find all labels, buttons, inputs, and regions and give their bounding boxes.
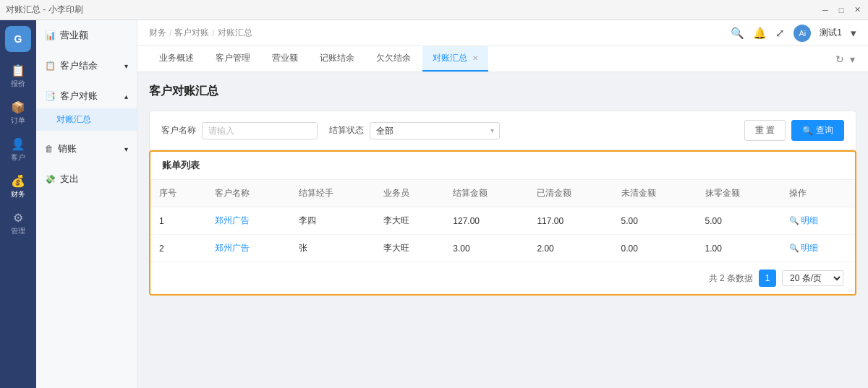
action-detail-1[interactable]: 🔍 明细 bbox=[789, 242, 846, 254]
search-button[interactable]: 🔍 查询 bbox=[791, 120, 844, 141]
sidebar-item-guanli[interactable]: ⚙ 管理 bbox=[0, 205, 36, 242]
tab-label-jizhangjiesuan: 记账结余 bbox=[320, 53, 354, 63]
sidebar2-section-zhichu: 💸 支出 bbox=[36, 164, 137, 194]
cell-customer-0: 郑州广告 bbox=[206, 207, 290, 235]
sidebar2-header-yingliye[interactable]: 📊 营业额 bbox=[36, 23, 137, 48]
sidebar-item-baojia[interactable]: 📋 报价 bbox=[0, 58, 36, 95]
xiaoxiao-sidebar-icon: 🗑 bbox=[45, 144, 54, 154]
tab-actions: ↻ ▾ bbox=[834, 52, 856, 66]
total-records-text: 共 2 条数据 bbox=[709, 272, 753, 285]
table-header-row: 序号 客户名称 结算经手 业务员 结算金额 已清金额 未清金额 抹零金额 操作 bbox=[150, 180, 855, 207]
cell-handler-0: 李四 bbox=[290, 207, 374, 235]
cell-uncleared-1: 0.00 bbox=[613, 235, 697, 262]
filter-group-status: 结算状态 全部 已结算 未结算 ▾ bbox=[329, 122, 500, 139]
xiaoxiao-chevron-icon: ▾ bbox=[124, 145, 128, 153]
reset-button[interactable]: 重 置 bbox=[744, 120, 786, 141]
cell-handler-1: 张 bbox=[290, 235, 374, 262]
top-header: 财务 / 客户对账 / 对账汇总 🔍 🔔 ⤢ Ai 测试1 ▾ bbox=[137, 20, 868, 46]
zhichu-sidebar-icon: 💸 bbox=[45, 174, 56, 184]
tab-kehuguanli[interactable]: 客户管理 bbox=[205, 46, 260, 72]
main-content: 财务 / 客户对账 / 对账汇总 🔍 🔔 ⤢ Ai 测试1 ▾ 业务概述 bbox=[137, 20, 868, 388]
tab-label-qianxiangjiesuan: 欠欠结余 bbox=[376, 53, 411, 63]
customer-filter-input[interactable] bbox=[202, 122, 318, 139]
filter-bar: 客户名称 结算状态 全部 已结算 未结算 ▾ 重 置 bbox=[149, 111, 856, 150]
close-button[interactable]: ✕ bbox=[852, 5, 862, 15]
user-avatar-text: Ai bbox=[799, 29, 806, 38]
table-card: 账单列表 序号 客户名称 结算经手 业务员 结算金额 已清金额 未清金额 抹零金… bbox=[149, 150, 856, 296]
tab-qianxiangjiesuan[interactable]: 欠欠结余 bbox=[366, 46, 421, 72]
sidebar-item-label-caiwu: 财务 bbox=[11, 189, 25, 199]
status-select-wrapper: 全部 已结算 未结算 ▾ bbox=[370, 122, 500, 139]
sidebar-item-label-kehu: 客户 bbox=[11, 152, 25, 163]
table-row: 2 郑州广告 张 李大旺 3.00 2.00 0.00 1.00 🔍 明细 bbox=[150, 235, 855, 262]
kehujieyu-sidebar-label: 客户结余 bbox=[60, 59, 98, 72]
sidebar-item-kehu[interactable]: 👤 客户 bbox=[0, 132, 36, 168]
sidebar-item-label-guanli: 管理 bbox=[11, 226, 25, 236]
titlebar-title: 对账汇总 - 小李印刷 bbox=[6, 4, 83, 16]
col-handler: 结算经手 bbox=[290, 180, 374, 207]
tab-duizhanghuizong[interactable]: 对账汇总 ✕ bbox=[422, 46, 488, 72]
user-name: 测试1 bbox=[820, 27, 842, 39]
sidebar2-subitem-duizhanghuizong[interactable]: 对账汇总 bbox=[36, 108, 137, 131]
bell-icon[interactable]: 🔔 bbox=[753, 27, 767, 40]
sidebar-item-dingdan[interactable]: 📦 订单 bbox=[0, 95, 36, 132]
search-button-label: 查询 bbox=[816, 124, 833, 137]
sidebar2-header-kehujieyu[interactable]: 📋 客户结余 ▾ bbox=[36, 53, 137, 78]
breadcrumb-kehuduizhang: 客户对账 bbox=[174, 27, 209, 39]
col-settlement: 结算金额 bbox=[444, 180, 528, 207]
tab-refresh-icon[interactable]: ↻ bbox=[834, 52, 846, 66]
titlebar: 对账汇总 - 小李印刷 ─ □ ✕ bbox=[0, 0, 868, 20]
duizhanghuizong-label: 对账汇总 bbox=[56, 114, 91, 124]
col-cleared: 已清金额 bbox=[528, 180, 612, 207]
kehu-icon: 👤 bbox=[11, 137, 25, 151]
expand-icon[interactable]: ⤢ bbox=[775, 27, 785, 40]
col-uncleared: 未清金额 bbox=[613, 180, 697, 207]
zhichu-sidebar-label: 支出 bbox=[60, 173, 79, 186]
cell-salesperson-0: 李大旺 bbox=[375, 207, 445, 235]
kehuduizhang-sidebar-label: 客户对账 bbox=[60, 90, 98, 103]
status-filter-select[interactable]: 全部 已结算 未结算 bbox=[370, 122, 500, 139]
dingdan-icon: 📦 bbox=[11, 100, 25, 114]
breadcrumb: 财务 / 客户对账 / 对账汇总 bbox=[149, 27, 252, 39]
guanli-icon: ⚙ bbox=[13, 211, 23, 225]
tabs-bar: 业务概述 客户管理 营业额 记账结余 欠欠结余 对账汇总 ✕ ↻ ▾ bbox=[137, 46, 868, 72]
titlebar-left: 对账汇总 - 小李印刷 bbox=[6, 4, 83, 16]
sidebar-item-label-dingdan: 订单 bbox=[11, 116, 25, 126]
cell-action-1: 🔍 明细 bbox=[780, 235, 855, 262]
cell-rounding-1: 1.00 bbox=[697, 235, 780, 262]
tab-close-icon[interactable]: ✕ bbox=[472, 54, 478, 62]
xiaoxiao-sidebar-label: 销账 bbox=[58, 142, 77, 155]
sidebar2-header-kehuduizhang[interactable]: 📑 客户对账 ▴ bbox=[36, 84, 137, 108]
cell-rounding-0: 5.00 bbox=[697, 207, 780, 235]
tab-label-yingliye: 营业额 bbox=[272, 53, 298, 63]
page-size-select[interactable]: 20 条/页 50 条/页 100 条/页 bbox=[782, 270, 843, 286]
sidebar-item-label-baojia: 报价 bbox=[11, 79, 25, 89]
user-dropdown-icon[interactable]: ▾ bbox=[851, 27, 856, 40]
action-detail-0[interactable]: 🔍 明细 bbox=[789, 215, 846, 227]
tab-jizhangjiesuan[interactable]: 记账结余 bbox=[310, 46, 365, 72]
tab-yingliye[interactable]: 营业额 bbox=[262, 46, 308, 72]
tab-label-duizhanghuizong: 对账汇总 bbox=[433, 53, 467, 63]
sidebar2-section-xiaoxiao: 🗑 销账 ▾ bbox=[36, 134, 137, 164]
table-footer: 共 2 条数据 1 20 条/页 50 条/页 100 条/页 bbox=[150, 262, 855, 294]
sidebar2-header-zhichu[interactable]: 💸 支出 bbox=[36, 167, 137, 191]
sidebar2-header-xiaoxiao[interactable]: 🗑 销账 ▾ bbox=[36, 137, 137, 161]
filter-actions: 重 置 🔍 查询 bbox=[744, 120, 844, 141]
page-area: 客户对账汇总 客户名称 结算状态 全部 已结算 未结算 ▾ bbox=[137, 72, 868, 388]
cell-customer-1: 郑州广告 bbox=[206, 235, 290, 262]
col-rounding: 抹零金额 bbox=[697, 180, 780, 207]
sidebar: G 📋 报价 📦 订单 👤 客户 💰 财务 ⚙ 管理 bbox=[0, 20, 36, 388]
maximize-button[interactable]: □ bbox=[836, 5, 846, 15]
cell-seq-0: 1 bbox=[150, 207, 206, 235]
breadcrumb-duizhanghuizong: 对账汇总 bbox=[218, 27, 252, 39]
detail-icon-1: 🔍 bbox=[789, 243, 799, 253]
page-btn-1[interactable]: 1 bbox=[759, 270, 776, 287]
tab-more-icon[interactable]: ▾ bbox=[848, 52, 856, 66]
sidebar2-section-yingliye: 📊 营业额 bbox=[36, 20, 137, 51]
col-seq: 序号 bbox=[150, 180, 206, 207]
tab-yewugaikuo[interactable]: 业务概述 bbox=[149, 46, 204, 72]
sidebar-item-caiwu[interactable]: 💰 财务 bbox=[0, 168, 36, 205]
kehuduizhang-sidebar-icon: 📑 bbox=[45, 91, 56, 101]
minimize-button[interactable]: ─ bbox=[820, 5, 830, 15]
search-header-icon[interactable]: 🔍 bbox=[731, 27, 744, 40]
